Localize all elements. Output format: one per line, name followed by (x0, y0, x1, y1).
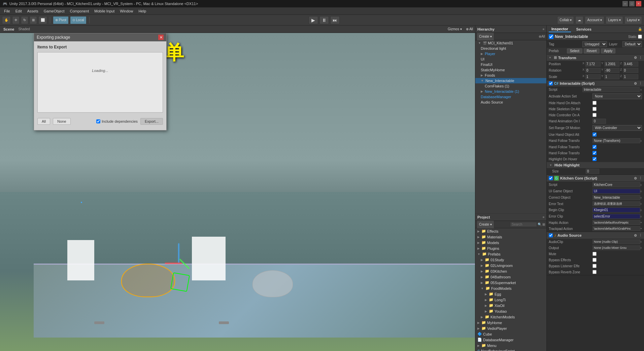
include-dependencies-checkbox[interactable] (96, 119, 100, 123)
hide-skeleton-checkbox[interactable] (592, 107, 597, 111)
menu-file[interactable]: File (1, 8, 13, 14)
transform-section-header[interactable]: ▼ ⊞ Transform ⚙ ⋮ (547, 54, 644, 61)
project-icon-toggle[interactable]: ⊞ (542, 223, 545, 226)
play-button[interactable]: ▶ (309, 16, 318, 24)
correct-obj-input[interactable] (592, 195, 640, 200)
project-prefabs[interactable]: ▼ 📁 Prefabs (475, 251, 546, 257)
bypass-listener-checkbox[interactable] (592, 264, 597, 268)
hierarchy-item-new-interactable-1[interactable]: ▶ New_Interactable (1) (475, 89, 546, 94)
hide-highlight-header[interactable]: ▼ Hide Highlight (547, 162, 644, 168)
pause-button[interactable]: ⏸ (319, 16, 329, 24)
project-content[interactable]: ▶ 📁 Effects ▶ 📁 Materials ▶ 📁 Models ▶ 📁 (475, 228, 546, 351)
account-button[interactable]: Account ▾ (585, 16, 604, 24)
prefab-apply-button[interactable]: Apply (601, 48, 615, 53)
ui-game-input[interactable] (592, 189, 640, 194)
export-all-button[interactable]: All (37, 118, 50, 125)
project-models[interactable]: ▶ 📁 Models (475, 240, 546, 245)
kc-script-input[interactable] (592, 182, 640, 187)
maximize-button[interactable]: □ (629, 1, 635, 6)
project-youtiao[interactable]: ▶ 📁 Youtiao (475, 308, 546, 314)
hand-follow3-checkbox[interactable] (592, 151, 597, 155)
project-longti[interactable]: ▶ 📁 LongTi (475, 297, 546, 303)
activate-dropdown[interactable]: None (592, 93, 642, 99)
project-materials[interactable]: ▶ 📁 Materials (475, 234, 546, 240)
pos-y-input[interactable] (604, 62, 619, 67)
hand-follow1-input[interactable] (592, 138, 640, 143)
hand-anim-input[interactable] (592, 119, 606, 124)
hierarchy-item-player[interactable]: ▶ Player (475, 51, 546, 56)
menu-help[interactable]: Help (136, 8, 149, 14)
pivot-btn[interactable]: ⊕ Pivot (53, 16, 69, 24)
project-02livingroom[interactable]: ▶ 📁 02Livingroom (475, 263, 546, 268)
project-04bathroom[interactable]: ▶ 📁 04Bathroom (475, 274, 546, 280)
hide-hand-checkbox[interactable] (592, 101, 597, 105)
pos-x-input[interactable] (585, 62, 601, 67)
tag-dropdown[interactable]: Untagged (582, 41, 607, 47)
audio-source-header[interactable]: ♪ Audio Source ⚙ ⋮ (547, 232, 644, 239)
project-myhome[interactable]: ▶ 📁 MyHome (475, 320, 546, 325)
audio-source-enabled-checkbox[interactable] (549, 233, 553, 237)
output-input[interactable] (592, 245, 640, 250)
gizmos-dropdown[interactable]: Gizmos ▾ (448, 27, 462, 31)
hierarchy-root[interactable]: ▼ 🎬 MCI_Kitchen01 (475, 40, 546, 46)
error-text-input[interactable] (592, 201, 640, 206)
hierarchy-item-audio-source[interactable]: Audio Source (475, 100, 546, 105)
close-button[interactable]: ✕ (636, 1, 641, 6)
hierarchy-content[interactable]: ▼ 🎬 MCI_Kitchen01 Directional light ▶ Pl… (475, 40, 546, 213)
export-close-button[interactable]: ✕ (158, 35, 164, 40)
kitchen-core-header[interactable]: G Kitchen Core (Script) ⚙ ⋮ (547, 175, 644, 182)
project-01study[interactable]: ▶ 📁 01Study (475, 257, 546, 263)
translate-tool-btn[interactable]: ✛ (12, 16, 20, 24)
hand-tool-btn[interactable]: ✋ (2, 16, 11, 24)
kitchen-core-gear[interactable]: ⚙ (634, 177, 637, 180)
hierarchy-all-btn[interactable]: ⊕All (539, 35, 545, 38)
set-range-dropdown[interactable]: With Controller (592, 125, 642, 131)
project-03kitchen[interactable]: ▶ 📁 03Kitchen (475, 268, 546, 274)
audioclip-input[interactable] (592, 239, 640, 244)
layers-button[interactable]: Layers ▾ (606, 16, 623, 24)
export-items-list[interactable]: Loading... (37, 52, 163, 113)
mute-checkbox[interactable] (592, 252, 597, 256)
services-tab[interactable]: Services (574, 27, 594, 32)
size-input[interactable] (586, 169, 599, 174)
project-05supermarket[interactable]: ▶ 📁 05Supermarket (475, 280, 546, 285)
all-objects-btn[interactable]: ⊕ All (466, 27, 473, 31)
menu-edit[interactable]: Edit (13, 8, 25, 14)
use-hand-checkbox[interactable] (592, 132, 597, 136)
rect-tool-btn[interactable]: ⬜ (38, 16, 47, 24)
cloud-button[interactable]: ☁ (575, 16, 583, 24)
project-create-btn[interactable]: Create ▾ (477, 221, 494, 229)
script-field-value[interactable] (582, 87, 640, 92)
hand-follow2-checkbox[interactable] (592, 145, 597, 149)
haptic-input[interactable] (592, 220, 640, 225)
project-vedioplayer[interactable]: ▶ 📁 VedioPlayer (475, 325, 546, 331)
menu-mobile-input[interactable]: Mobile Input (92, 8, 117, 14)
project-effects[interactable]: ▶ 📁 Effects (475, 228, 546, 234)
hide-controller-checkbox[interactable] (592, 113, 597, 117)
bypass-effects-checkbox[interactable] (592, 258, 597, 262)
rot-y-input[interactable] (604, 68, 619, 73)
menu-window[interactable]: Window (117, 8, 136, 14)
export-button[interactable]: Export... (140, 118, 163, 125)
audio-source-gear[interactable]: ⚙ (634, 234, 637, 237)
prefab-select-button[interactable]: Select (567, 48, 582, 53)
hierarchy-item-foods[interactable]: ▶ Foods (475, 73, 546, 78)
layout-button[interactable]: Layout ▾ (624, 16, 642, 24)
error-clip-input[interactable] (592, 214, 640, 219)
menu-gameobject[interactable]: GameObject (41, 8, 67, 14)
inspector-tab[interactable]: Inspector (549, 26, 571, 32)
hierarchy-item-databasemanager[interactable]: DatabaseManager (475, 94, 546, 100)
local-btn[interactable]: ⊙ Local (70, 16, 87, 24)
collab-button[interactable]: Collab ▾ (557, 16, 574, 24)
scene-tab[interactable]: Scene (2, 27, 15, 32)
interactable-gear-icon[interactable]: ⚙ (634, 82, 637, 85)
project-newbehaviourscript[interactable]: © NewBehaviourScript (475, 348, 546, 351)
project-egg[interactable]: ▶ 📁 Egg (475, 291, 546, 297)
bypass-reverb-checkbox[interactable] (592, 270, 597, 274)
highlight-hover-checkbox[interactable] (592, 157, 597, 161)
project-search-btn[interactable]: 🔍 (538, 223, 542, 226)
hierarchy-item-cornflakes[interactable]: CornFlakes (1) (475, 83, 546, 89)
trackpad-input[interactable] (592, 226, 640, 231)
begin-clip-input[interactable] (592, 207, 640, 212)
hierarchy-item-new-interactable[interactable]: ▼ New_Interactable (475, 78, 546, 83)
